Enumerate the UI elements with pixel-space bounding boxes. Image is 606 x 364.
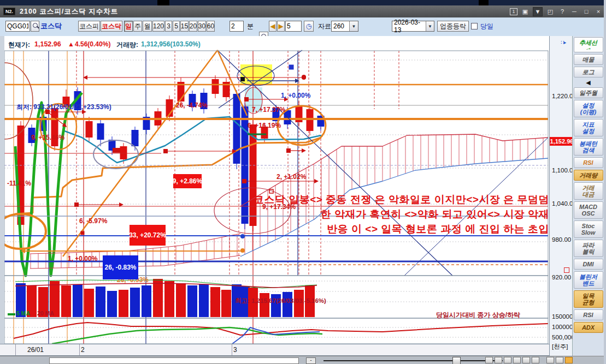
cascade-icon[interactable]: ▣ xyxy=(521,8,529,16)
prev-button[interactable]: ◀ xyxy=(269,21,276,32)
toolbar-button-120[interactable]: 120 xyxy=(152,21,164,32)
titlebar: N2. 2100 코스피/코스닥 지수차트 1 ▣ ▼ ◰ ? ─ □ × xyxy=(0,5,606,17)
maximize-icon[interactable]: □ xyxy=(582,8,591,16)
sector-updown-button[interactable]: 업종등락 xyxy=(437,21,469,32)
window-number-icon[interactable]: 1 xyxy=(510,8,517,15)
toolbar-button-월[interactable]: 월 xyxy=(143,21,152,32)
close-icon[interactable]: × xyxy=(594,8,603,16)
sidebar-item-봉패턴검색[interactable]: 봉패턴검색 xyxy=(574,138,603,156)
clock-icon: ◷ xyxy=(306,22,311,30)
toolbar-button-30[interactable]: 30 xyxy=(198,21,206,32)
bottom-tool-icon[interactable] xyxy=(546,357,554,363)
bottom-tool-icon[interactable] xyxy=(504,357,511,363)
toolbar-button-60[interactable]: 60 xyxy=(207,21,215,32)
comment-line-3: 반응 이 <> 일목 형보론 과정 에 진입 하는 초입 xyxy=(254,222,549,236)
top-edge-mark xyxy=(157,0,169,5)
date-value: 2026-03-13 xyxy=(394,19,426,34)
next-button[interactable]: ▶ xyxy=(277,21,285,32)
sidebar-item-ADX[interactable]: ADX xyxy=(574,322,603,333)
sidebar-item-StocSlow[interactable]: StocSlow xyxy=(574,220,603,238)
date-axis[interactable]: 26/0123 xyxy=(0,344,549,356)
axis-separator xyxy=(79,344,80,355)
sidebar-item-파라볼릭[interactable]: 파라볼릭 xyxy=(574,240,603,257)
code-input[interactable] xyxy=(5,21,30,32)
price-change-value: 4.56(0.40%) xyxy=(75,40,110,48)
toolbar-button-코스피[interactable]: 코스피 xyxy=(78,21,100,32)
toolbar-button-코스닥[interactable]: 코스닥 xyxy=(101,21,122,32)
help-icon[interactable]: ? xyxy=(558,8,567,16)
date-axis-label: 3 xyxy=(233,346,237,354)
bottom-tool-icon[interactable] xyxy=(532,357,539,363)
fullscreen-icon[interactable]: ◰ xyxy=(546,8,555,16)
price-axis-label: 500,000 xyxy=(552,334,575,341)
price-axis-label: 920.00 xyxy=(552,274,571,281)
data-label: 자료 xyxy=(318,21,331,32)
zoom-out-button[interactable]: - xyxy=(306,357,316,364)
scroll-range-box[interactable] xyxy=(49,357,299,364)
comment-line-2: 한 악재가 혹연히 <>약화 되고 있어<> 시장 악재 xyxy=(254,207,549,222)
up-arrow-icon: ▲ xyxy=(68,40,74,48)
data-count-value: 260 xyxy=(333,22,344,30)
sidebar-item-MACDOSC[interactable]: MACDOSC xyxy=(574,201,603,219)
toolbar-button-20[interactable]: 20 xyxy=(189,21,197,32)
daily-checkbox[interactable] xyxy=(471,23,478,29)
bottom-tool-icon[interactable] xyxy=(485,357,493,363)
sidebar-item-추세선[interactable]: 추세선→ xyxy=(574,37,603,52)
window-controls: 1 ▣ ▼ ◰ ? ─ □ × xyxy=(510,5,603,17)
toolbar-button-15[interactable]: 15 xyxy=(180,21,189,32)
sidebar-item-RSI[interactable]: RSI xyxy=(574,309,603,320)
sidebar-item-거래대금[interactable]: 거래대금 xyxy=(574,182,603,200)
date-axis-label: 2 xyxy=(81,346,85,354)
comment-line-1: 코스닥 일봉<> 중동 전쟁 은 악화일로 이지만<>시장 은 무덤덤 xyxy=(254,192,549,207)
bottom-tool-icon[interactable] xyxy=(513,357,521,363)
scroll-track[interactable] xyxy=(323,360,503,361)
count-input[interactable] xyxy=(285,21,302,32)
scroll-handle[interactable] xyxy=(452,357,461,364)
current-price-value: 1,152.96 xyxy=(34,40,61,48)
toolbar-button-주[interactable]: 주 xyxy=(133,21,142,32)
sidebar-item-거래량[interactable]: 거래량 xyxy=(574,170,603,181)
sidebar-item-◀[interactable]: ◀ xyxy=(574,79,603,86)
bottom-tool-icon[interactable] xyxy=(522,357,530,363)
bottom-tool-icon[interactable] xyxy=(556,357,563,363)
sidebar-item-볼린저밴드[interactable]: 볼린저밴드 xyxy=(574,271,603,289)
window-right-edge xyxy=(604,0,606,364)
code-search-button[interactable] xyxy=(31,21,39,32)
top-edge-mark xyxy=(479,0,489,5)
sidebar-item-매물[interactable]: 매물 xyxy=(574,54,603,65)
chart-main: 현재가: 1,152.96 ▲ 4.56(0.40%) 거래량: 1,312,9… xyxy=(0,36,606,364)
sidebar-item-일목균형[interactable]: 일목균형 xyxy=(574,290,603,308)
drag-handle-icon[interactable]: ∷▸ xyxy=(561,39,566,45)
window-top-edge xyxy=(0,0,606,5)
sidebar-item-로그[interactable]: 로그 xyxy=(574,67,603,77)
window-badge: N2. xyxy=(3,8,15,15)
toolbar-button-5[interactable]: 5 xyxy=(173,21,180,32)
pin-icon[interactable]: ▼ xyxy=(533,7,543,16)
minimize-icon[interactable]: ─ xyxy=(570,8,579,16)
axis-separator xyxy=(232,344,232,355)
price-axis[interactable]: ∷▸ 1,220.001,100.001,040.00980.00920.001… xyxy=(549,36,573,356)
toolbar-button-3[interactable]: 3 xyxy=(165,21,172,32)
price-axis-label: 980.00 xyxy=(552,236,571,243)
left-gutter xyxy=(0,36,4,356)
date-axis-label: 26/01 xyxy=(27,346,44,354)
toolbar: 코스닥 코스피코스닥일주월1203515203060 분 ◀ ▶ ◷ 자료 26… xyxy=(0,17,606,37)
data-count-select[interactable]: 260 ▼ xyxy=(331,21,358,32)
date-select[interactable]: 2026-03-13 ▼ xyxy=(392,21,434,32)
volume-value: 1,312,956(103.50%) xyxy=(141,40,201,48)
minute-input[interactable] xyxy=(230,21,244,32)
axis-separator xyxy=(15,344,16,355)
daily-label: 당일 xyxy=(480,21,493,32)
bottom-tool-icon[interactable] xyxy=(495,357,502,363)
toolbar-button-일[interactable]: 일 xyxy=(124,21,133,32)
chart-comment-text: 코스닥 일봉<> 중동 전쟁 은 악화일로 이지만<>시장 은 무덤덤 한 악재… xyxy=(254,192,549,236)
sidebar-item-설정(이평)[interactable]: 설정(이평) xyxy=(574,100,603,117)
bottom-tool-icon[interactable] xyxy=(565,357,573,363)
code-name-label: 코스닥 xyxy=(40,21,62,32)
sidebar-item-일주월[interactable]: 일주월 xyxy=(574,87,603,98)
sidebar-item-RSI[interactable]: RSI xyxy=(574,157,603,168)
clock-button[interactable]: ◷ xyxy=(304,21,314,32)
sidebar-item-DMI[interactable]: DMI xyxy=(574,259,603,270)
current-price-badge: 1,152.96 xyxy=(550,137,574,146)
sidebar-item-지표설정[interactable]: 지표설정 xyxy=(574,119,603,136)
